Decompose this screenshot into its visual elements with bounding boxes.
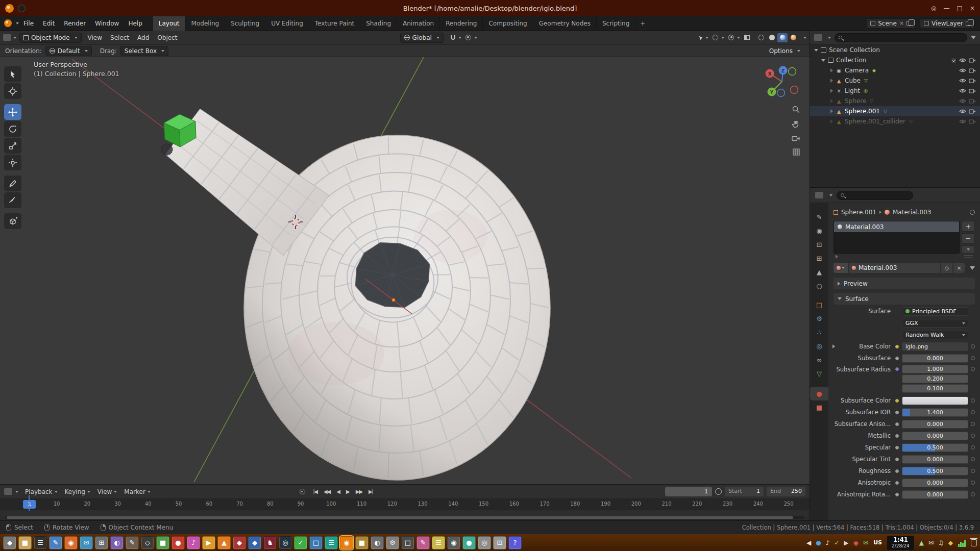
blender-menu-icon[interactable]	[4, 19, 12, 27]
orientation-setting-dropdown[interactable]: Default	[45, 46, 92, 56]
viewport-3d[interactable]: User Perspective (1) Collection | Sphere…	[0, 57, 810, 484]
value-slider[interactable]: 0.000	[902, 432, 968, 440]
breadcrumb-object[interactable]: Sphere.001	[841, 209, 876, 216]
properties-tab[interactable]: ∴	[810, 325, 828, 339]
selectability-dropdown[interactable]	[698, 35, 710, 41]
disclosure-icon[interactable]	[830, 99, 833, 103]
workspace-tab[interactable]: UV Editing	[265, 16, 309, 31]
distribution-dropdown[interactable]: GGX	[902, 319, 968, 328]
viewport-menu-item[interactable]: View	[84, 32, 106, 43]
workspace-tab[interactable]: Modeling	[186, 16, 226, 31]
value-slider[interactable]: 0.500	[902, 467, 968, 475]
material-specials-button[interactable]	[962, 245, 975, 254]
snap-toggle[interactable]	[449, 34, 463, 41]
value-slider[interactable]: 0.000	[902, 420, 968, 429]
disable-in-renders-icon[interactable]	[969, 119, 976, 124]
outliner-object-row[interactable]: ▲ Sphere.001_collider ▽	[810, 116, 980, 127]
tray-icon[interactable]: ◀	[806, 539, 811, 546]
end-frame-field[interactable]: End 250	[767, 487, 805, 496]
properties-tab[interactable]: ■	[810, 400, 828, 414]
value-slider[interactable]: 0.000	[902, 479, 968, 487]
taskbar-app-icon[interactable]: ■	[18, 536, 32, 549]
zoom-icon[interactable]	[792, 105, 800, 114]
taskbar-app-icon[interactable]: □	[401, 536, 414, 549]
filter-icon[interactable]	[970, 266, 975, 270]
animate-dot[interactable]	[971, 457, 975, 461]
editor-type-icon[interactable]	[814, 34, 822, 41]
editor-type-icon[interactable]	[815, 192, 823, 198]
taskbar-app-icon[interactable]: ✓	[294, 536, 307, 549]
properties-tab[interactable]: ⚙	[810, 312, 828, 325]
properties-tab[interactable]: ●	[810, 387, 828, 400]
filter-icon[interactable]	[971, 36, 976, 39]
disable-in-renders-icon[interactable]	[969, 109, 976, 114]
sss-method-dropdown[interactable]: Random Walk	[902, 331, 968, 339]
disclosure-icon[interactable]	[830, 109, 833, 113]
animate-dot[interactable]	[971, 410, 975, 414]
pin-id-icon[interactable]	[970, 210, 975, 215]
editor-type-icon[interactable]	[3, 34, 11, 41]
tray-icon[interactable]: ✉	[928, 539, 934, 546]
taskbar-app-icon[interactable]: ◐	[371, 536, 384, 549]
close-button[interactable]: ×	[970, 4, 975, 13]
properties-tab[interactable]: □	[810, 298, 828, 312]
unlink-material-button[interactable]: ×	[953, 263, 965, 273]
transport-button[interactable]: ▶▶	[353, 487, 365, 496]
properties-tab[interactable]: ∞	[810, 353, 828, 367]
viewport-menu-item[interactable]: Select	[106, 32, 133, 43]
panel-header-preview[interactable]: Preview	[834, 278, 975, 289]
animate-dot[interactable]	[971, 481, 975, 485]
hide-in-viewport-icon[interactable]	[959, 68, 966, 73]
options-dropdown[interactable]: Options	[765, 46, 804, 56]
taskbar-app-icon[interactable]: ✎	[126, 536, 139, 549]
taskbar-app-icon[interactable]: ♪	[187, 536, 200, 549]
collection-checkbox[interactable]	[951, 58, 957, 63]
animate-dot[interactable]	[971, 422, 975, 426]
proportional-editing-toggle[interactable]	[463, 34, 479, 41]
material-slot-list[interactable]: Material.003	[834, 221, 960, 254]
vector-component-field[interactable]: 0.200	[902, 374, 968, 383]
taskbar-app-icon[interactable]: ●	[172, 536, 185, 549]
taskbar-app-icon[interactable]: ?	[508, 536, 522, 549]
menu-item[interactable]: Render	[59, 18, 90, 29]
menu-item[interactable]: Window	[90, 18, 124, 29]
tray-icon[interactable]: ◉	[853, 539, 859, 546]
shading-solid-button[interactable]	[767, 33, 777, 42]
value-slider[interactable]: 0.000	[902, 490, 968, 499]
camera-view-icon[interactable]	[792, 135, 800, 142]
disable-in-renders-icon[interactable]	[969, 68, 976, 73]
taskbar-app-icon[interactable]: ✉	[80, 536, 93, 549]
tool-move[interactable]	[4, 104, 21, 120]
pan-hand-icon[interactable]	[792, 120, 800, 129]
viewport-menu-item[interactable]: Add	[133, 32, 153, 43]
surface-shader-field[interactable]: Principled BSDF	[902, 307, 968, 316]
taskbar-app-icon[interactable]: ■	[355, 536, 369, 549]
value-slider[interactable]: 0.500	[902, 443, 968, 452]
outliner-scene-collection-row[interactable]: Scene Collection	[810, 45, 980, 55]
navigation-gizmo[interactable]: X Y Z	[758, 58, 805, 105]
transport-button[interactable]: ◀◀	[321, 487, 333, 496]
workspace-tab[interactable]: Rendering	[440, 16, 483, 31]
tray-icon[interactable]: ▶	[844, 539, 848, 546]
disclosure-icon[interactable]	[830, 89, 833, 93]
taskbar-app-icon[interactable]: ●	[462, 536, 476, 549]
taskbar-app-icon[interactable]: ◉	[340, 536, 353, 549]
taskbar-app-icon[interactable]: ◐	[110, 536, 124, 549]
viewport-menu-item[interactable]: Object	[153, 32, 181, 43]
workspace-tab[interactable]: Sculpting	[225, 16, 265, 31]
disclosure-icon[interactable]	[830, 68, 833, 72]
properties-tab[interactable]: ⊞	[810, 252, 828, 265]
workspace-tab[interactable]: Layout	[153, 16, 186, 31]
animate-dot[interactable]	[971, 469, 975, 473]
gizmo-neg-y-axis[interactable]	[789, 68, 796, 76]
taskbar-app-icon[interactable]: ◇	[141, 536, 154, 549]
pin-window-button[interactable]: ◎	[931, 4, 936, 13]
viewlayer-selector[interactable]: ViewLayer	[920, 18, 975, 29]
taskbar-app-icon[interactable]: ✎	[49, 536, 62, 549]
disable-in-renders-icon[interactable]	[969, 88, 976, 93]
disable-in-renders-icon[interactable]	[969, 58, 976, 63]
taskbar-app-icon[interactable]: ▲	[217, 536, 231, 549]
taskbar-app-icon[interactable]: ⊞	[95, 536, 108, 549]
taskbar-app-icon[interactable]: ♞	[263, 536, 277, 549]
toggle-grid-icon[interactable]	[792, 148, 800, 156]
